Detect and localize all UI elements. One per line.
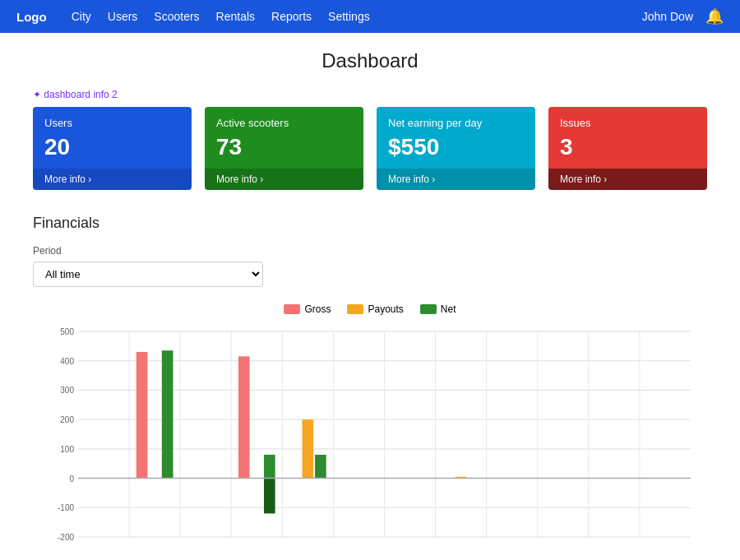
nav-city[interactable]: City xyxy=(72,10,91,23)
bar-net-February xyxy=(162,350,173,478)
bell-icon[interactable]: 🔔 xyxy=(705,7,724,25)
stat-card-issues: Issues 3 More info › xyxy=(548,107,707,190)
legend-dot-gross xyxy=(284,304,300,314)
card-footer-issues[interactable]: More info › xyxy=(548,169,707,190)
main-content: Dashboard ✦ dashboard info 2 Users 20 Mo… xyxy=(0,33,740,560)
legend-item-gross: Gross xyxy=(284,303,331,315)
card-value-users: 20 xyxy=(44,134,180,160)
period-field: Period All timeLast monthLast 3 monthsLa… xyxy=(33,245,707,287)
legend-item-net: Net xyxy=(420,303,456,315)
nav-reports[interactable]: Reports xyxy=(271,10,312,23)
legend-label-payouts: Payouts xyxy=(368,303,403,315)
svg-text:100: 100 xyxy=(60,445,74,454)
card-footer-users[interactable]: More info › xyxy=(33,169,192,190)
financials-section: Financials Period All timeLast monthLast… xyxy=(33,215,707,560)
nav-rentals[interactable]: Rentals xyxy=(216,10,255,23)
svg-text:500: 500 xyxy=(60,327,74,336)
stat-card-users: Users 20 More info › xyxy=(33,107,192,190)
card-value-issues: 3 xyxy=(560,134,696,160)
legend-dot-payouts xyxy=(347,304,363,314)
svg-text:-200: -200 xyxy=(58,533,74,542)
bar-chart: -200-1000100200300400500JanuaryFebruaryM… xyxy=(33,323,707,560)
nav-settings[interactable]: Settings xyxy=(328,10,370,23)
card-body-net-earning: Net earning per day $550 xyxy=(377,107,535,169)
dashboard-info-banner: ✦ dashboard info 2 xyxy=(33,89,707,100)
card-body-active-scooters: Active scooters 73 xyxy=(205,107,363,169)
chart-container: GrossPayoutsNet -200-1000100200300400500… xyxy=(33,303,707,560)
stat-card-net-earning: Net earning per day $550 More info › xyxy=(377,107,535,190)
page-title: Dashboard xyxy=(33,49,707,72)
card-body-users: Users 20 xyxy=(33,107,192,169)
bar-net-May xyxy=(315,455,326,479)
svg-text:300: 300 xyxy=(60,386,74,395)
svg-text:0: 0 xyxy=(69,474,74,484)
svg-text:200: 200 xyxy=(60,415,74,424)
card-title-users: Users xyxy=(44,117,180,129)
period-select[interactable]: All timeLast monthLast 3 monthsLast year xyxy=(33,261,263,287)
card-value-net-earning: $550 xyxy=(388,134,524,160)
stat-cards: Users 20 More info › Active scooters 73 … xyxy=(33,107,707,190)
card-title-issues: Issues xyxy=(560,117,696,129)
bar-net-neg-April xyxy=(264,479,275,514)
legend-label-net: Net xyxy=(441,303,456,315)
bar-gross-April xyxy=(238,356,250,478)
nav-links: City Users Scooters Rentals Reports Sett… xyxy=(72,10,642,23)
legend-label-gross: Gross xyxy=(304,303,331,315)
legend-item-payouts: Payouts xyxy=(347,303,403,315)
card-footer-active-scooters[interactable]: More info › xyxy=(205,169,363,190)
svg-text:-100: -100 xyxy=(58,503,74,512)
bar-payouts-May xyxy=(303,419,314,478)
bar-gross-February xyxy=(136,352,148,479)
chart-svg-wrapper: -200-1000100200300400500JanuaryFebruaryM… xyxy=(33,323,707,560)
financials-title: Financials xyxy=(33,215,707,232)
period-label: Period xyxy=(33,245,707,257)
card-footer-net-earning[interactable]: More info › xyxy=(377,169,535,190)
card-title-active-scooters: Active scooters xyxy=(216,117,352,129)
nav-username: John Dow xyxy=(642,10,693,23)
stat-card-active-scooters: Active scooters 73 More info › xyxy=(205,107,363,190)
nav-scooters[interactable]: Scooters xyxy=(154,10,199,23)
nav-logo[interactable]: Logo xyxy=(16,10,47,24)
navbar: Logo City Users Scooters Rentals Reports… xyxy=(0,0,740,33)
chart-legend: GrossPayoutsNet xyxy=(33,303,707,315)
card-value-active-scooters: 73 xyxy=(216,134,352,160)
card-body-issues: Issues 3 xyxy=(548,107,707,169)
svg-text:400: 400 xyxy=(60,357,74,366)
legend-dot-net xyxy=(420,304,437,314)
card-title-net-earning: Net earning per day xyxy=(388,117,524,129)
nav-right: John Dow 🔔 xyxy=(642,7,724,25)
bar-net-pos-April xyxy=(264,455,275,479)
nav-users[interactable]: Users xyxy=(108,10,138,23)
